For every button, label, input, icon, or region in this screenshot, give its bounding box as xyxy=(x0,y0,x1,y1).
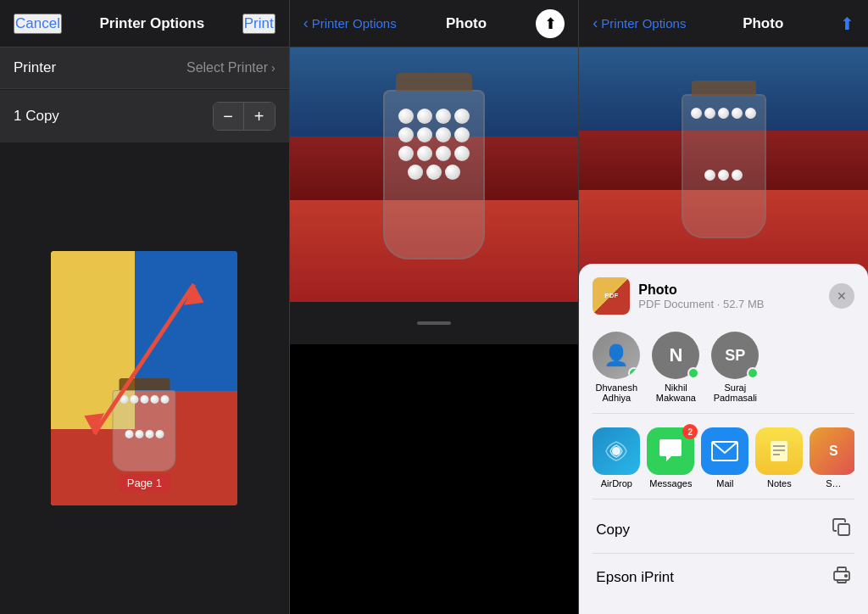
person-nikhil[interactable]: N NikhilMakwana xyxy=(652,332,699,403)
share-sheet-panel: PDF Photo PDF Document · 52.7 MB ✕ 👤 Dhv… xyxy=(579,264,868,614)
airdrop-icon xyxy=(593,427,640,475)
file-meta: PDF Document · 52.7 MB xyxy=(638,298,764,310)
file-name: Photo xyxy=(638,282,764,298)
status-dot-suraj xyxy=(747,367,759,379)
person-dhvanesh[interactable]: 👤 DhvaneshAdhiya xyxy=(593,332,640,403)
copy-action-icon xyxy=(832,518,851,541)
panel3-photo xyxy=(579,47,868,285)
panel-photo-view: ‹ Printer Options Photo ⬆ xyxy=(290,0,580,614)
photo-jar-wrapper xyxy=(383,90,485,260)
page-thumbnail-area: Page 1 xyxy=(0,142,289,614)
file-icon: PDF xyxy=(593,277,630,315)
photo-jar xyxy=(383,90,485,260)
share-sheet-header: PDF Photo PDF Document · 52.7 MB ✕ xyxy=(593,277,854,315)
notes-label: Notes xyxy=(767,478,792,488)
notes-icon xyxy=(755,427,803,475)
panel3-title: Photo xyxy=(743,15,783,32)
share-button-panel3[interactable]: ⬆ xyxy=(840,14,854,34)
increase-copies-button[interactable]: + xyxy=(244,103,275,130)
back-chevron-icon-p3: ‹ xyxy=(593,14,598,32)
svg-rect-9 xyxy=(838,524,849,535)
panel-share-sheet: ‹ Printer Options Photo ⬆ xyxy=(579,0,868,614)
page-arrow xyxy=(51,251,237,467)
airdrop-label: AirDrop xyxy=(601,478,632,488)
app-notes[interactable]: Notes xyxy=(755,427,803,488)
scroll-indicator xyxy=(417,321,451,325)
back-label-panel3: Printer Options xyxy=(601,16,686,31)
person-name-nikhil: NikhilMakwana xyxy=(656,382,696,403)
panel3-jar-lid xyxy=(692,81,756,96)
svg-line-0 xyxy=(94,284,194,434)
panel1-title: Printer Options xyxy=(99,15,204,32)
cancel-button[interactable]: Cancel xyxy=(14,14,62,34)
close-icon: ✕ xyxy=(837,289,847,303)
status-dot-dhvanesh xyxy=(628,367,640,379)
svg-point-11 xyxy=(845,575,847,577)
messages-label: Messages xyxy=(649,478,692,488)
copy-action-row[interactable]: Copy xyxy=(593,506,854,554)
back-chevron-icon: ‹ xyxy=(303,14,309,32)
back-button-panel2[interactable]: ‹ Printer Options xyxy=(303,14,397,32)
copy-stepper: − + xyxy=(213,102,275,131)
photo-jar-lid xyxy=(396,73,472,92)
status-dot-nikhil xyxy=(687,367,699,379)
panel-printer-options: Cancel Printer Options Print Printer Sel… xyxy=(0,0,290,614)
balls-container xyxy=(393,109,475,241)
share-icon-p3: ⬆ xyxy=(840,14,854,33)
file-text-info: Photo PDF Document · 52.7 MB xyxy=(638,282,764,310)
person-name-dhvanesh: DhvaneshAdhiya xyxy=(596,382,638,403)
people-row: 👤 DhvaneshAdhiya N NikhilMakwana SP xyxy=(593,325,854,414)
decrease-copies-button[interactable]: − xyxy=(214,103,244,130)
printer-row[interactable]: Printer Select Printer › xyxy=(0,47,289,89)
photo-bottom-bar xyxy=(290,302,579,344)
epson-action-icon xyxy=(832,566,851,589)
epson-action-label: Epson iPrint xyxy=(596,569,674,586)
file-info: PDF Photo PDF Document · 52.7 MB xyxy=(593,277,764,315)
app-messages[interactable]: 2 Messages xyxy=(647,427,694,488)
photo-background xyxy=(290,47,579,302)
chevron-right-icon: › xyxy=(271,61,275,75)
svg-point-3 xyxy=(612,447,620,455)
person-suraj[interactable]: SP SurajPadmasali xyxy=(711,332,759,403)
nav-bar-panel3: ‹ Printer Options Photo ⬆ xyxy=(579,0,868,47)
person-avatar-nikhil: N xyxy=(652,332,699,379)
nav-bar-panel1: Cancel Printer Options Print xyxy=(0,0,289,47)
copy-action-label: Copy xyxy=(596,522,630,539)
epson-action-row[interactable]: Epson iPrint xyxy=(593,554,854,600)
svg-rect-5 xyxy=(771,441,787,461)
panel3-jar xyxy=(682,94,766,238)
copy-label: 1 Copy xyxy=(14,108,59,125)
page-thumbnail: Page 1 xyxy=(51,251,237,505)
close-button[interactable]: ✕ xyxy=(829,283,854,309)
panel3-photo-bg xyxy=(579,47,868,285)
app-airdrop[interactable]: AirDrop xyxy=(593,427,640,488)
person-avatar-dhvanesh: 👤 xyxy=(593,332,640,379)
mail-label: Mail xyxy=(716,478,733,488)
panel2-title: Photo xyxy=(446,15,487,32)
person-avatar-suraj: SP xyxy=(711,332,759,379)
p3-jar-wrapper xyxy=(682,94,766,238)
copy-row: 1 Copy − + xyxy=(0,90,289,142)
printer-label: Printer xyxy=(14,59,56,76)
share-icon: ⬆ xyxy=(544,14,557,33)
app-more[interactable]: S S… xyxy=(810,427,854,488)
apps-row: AirDrop 2 Messages xyxy=(593,424,854,500)
back-button-panel3[interactable]: ‹ Printer Options xyxy=(593,14,686,32)
mail-icon xyxy=(701,427,748,475)
print-button[interactable]: Print xyxy=(242,14,275,34)
more-app-icon: S xyxy=(810,427,854,475)
person-name-suraj: SurajPadmasali xyxy=(714,382,757,403)
nav-bar-panel2: ‹ Printer Options Photo ⬆ xyxy=(290,0,579,47)
share-button-panel2[interactable]: ⬆ xyxy=(536,9,565,38)
back-label-panel2: Printer Options xyxy=(312,16,397,31)
page-label: Page 1 xyxy=(119,474,170,492)
photo-fill xyxy=(290,47,579,302)
messages-badge: 2 xyxy=(682,424,698,439)
more-app-label: S… xyxy=(826,478,841,488)
messages-icon: 2 xyxy=(647,427,694,475)
app-mail[interactable]: Mail xyxy=(701,427,748,488)
printer-value: Select Printer › xyxy=(186,60,275,75)
